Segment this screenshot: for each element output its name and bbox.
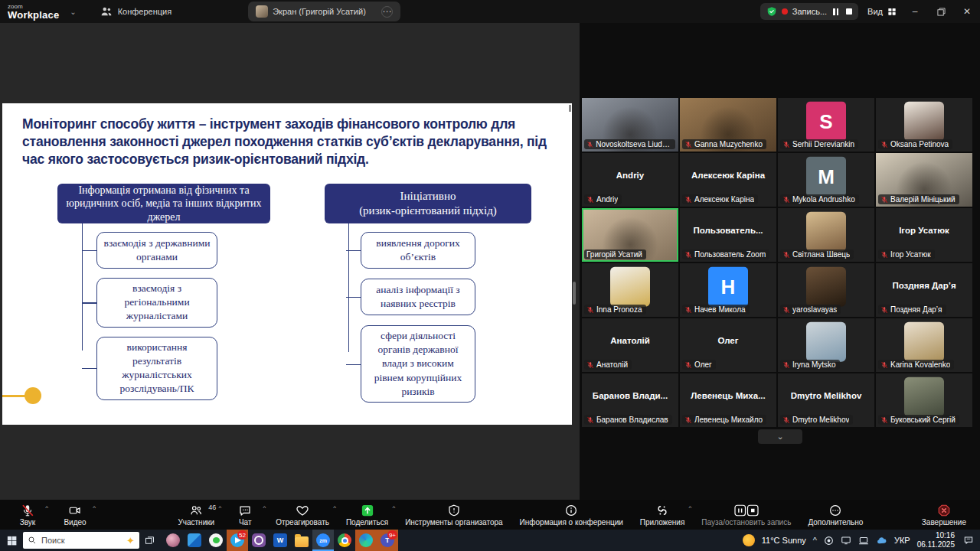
participant-name-label: Iryna Mytsko (780, 360, 840, 370)
chevron-up-icon[interactable]: ^ (218, 504, 221, 511)
video-button[interactable]: Видео^ (58, 504, 92, 527)
audio-button[interactable]: Звук^ (11, 504, 44, 527)
weather-sun-icon[interactable] (743, 534, 755, 546)
snipping-tool-icon[interactable] (184, 530, 205, 551)
toolbar-label: Поделиться (346, 518, 388, 527)
more-button[interactable]: Дополнительно (805, 504, 866, 527)
share-button[interactable]: Поделиться^ (343, 504, 391, 527)
view-label: Вид (867, 7, 883, 16)
chevron-up-icon[interactable]: ^ (689, 504, 692, 511)
chat-button[interactable]: Чат^ (228, 504, 262, 527)
mic-muted-icon (684, 306, 692, 314)
chevron-up-icon[interactable]: ^ (93, 504, 96, 511)
telegram-icon[interactable]: 52 (227, 530, 248, 551)
mic-muted-icon (586, 306, 594, 314)
participant-tile-oleh[interactable]: ОлегОлег (680, 318, 776, 372)
zoom-icon[interactable]: zm (312, 530, 334, 551)
participant-name: Novoskoltseva Liudmyla (596, 140, 671, 148)
participant-tile-inna-pronoza[interactable]: Inna Pronoza (582, 263, 678, 317)
workspace-chevron-icon[interactable]: ⌄ (70, 8, 76, 16)
participant-tile-alekseiuk-karina[interactable]: Алексеюк КарінаАлексеюк Каріна (680, 153, 776, 207)
tray-expand-chevron-icon[interactable]: ^ (813, 536, 817, 545)
participant-tile-karina-kovalenko[interactable]: Karina Kovalenko (876, 318, 972, 372)
react-button[interactable]: Отреагировать^ (273, 504, 332, 527)
chevron-up-icon[interactable]: ^ (392, 504, 395, 511)
stop-recording-icon[interactable] (846, 8, 852, 15)
participant-tile-bukovskyi-serhii[interactable]: Буковський Сергій (876, 373, 972, 427)
participant-name: Буковський Сергій (890, 416, 956, 424)
apps-button[interactable]: Приложения^ (637, 504, 688, 527)
participant-tile-oksana-petinova[interactable]: Oksana Petinova (876, 98, 972, 152)
scroll-more-participants-button[interactable]: ⌄ (758, 429, 802, 444)
tab-meeting[interactable]: Конференция (90, 0, 181, 23)
participant-tile-serhii-dereviankin[interactable]: SSerhii Dereviankin (778, 98, 874, 152)
viber-icon[interactable] (248, 530, 270, 551)
participant-name-label: Inna Pronoza (584, 305, 646, 315)
participants-icon (189, 504, 203, 517)
mic-muted-icon (684, 196, 692, 204)
participant-tile-iryna-mytsko[interactable]: Iryna Mytsko (778, 318, 874, 372)
participant-tile-baranov-vladyslav[interactable]: Баранов Влади...Баранов Владислав (582, 373, 678, 427)
tab-options-icon[interactable]: ⋯ (381, 6, 393, 18)
security-shield-icon[interactable] (766, 6, 777, 17)
participant-tile-pozdniaia-daria[interactable]: Поздняя Дар’яПоздняя Дар’я (876, 263, 972, 317)
task-view-button[interactable] (139, 535, 159, 546)
participant-tile-levenets-mykhailo[interactable]: Левенець Миха...Левенець Михайло (680, 373, 776, 427)
mic-muted-icon (684, 141, 692, 148)
close-button[interactable]: ✕ (954, 0, 980, 23)
tray-display-icon[interactable] (841, 535, 851, 546)
scrollbar-thumb[interactable] (573, 282, 576, 305)
mindmanager-icon[interactable] (162, 530, 184, 551)
chrome-icon[interactable] (334, 530, 355, 551)
tab-screen-share[interactable]: Экран (Григорій Усатий) ⋯ (248, 2, 400, 21)
participant-tile-mykola-andrushko[interactable]: MMykola Andrushko (778, 153, 874, 207)
participant-tile-nachev-mykola[interactable]: HНачев Микола (680, 263, 776, 317)
participant-tile-hryhorii-usatyi[interactable]: Григорій Усатий (582, 208, 678, 262)
participant-name-label: Ganna Muzychenko (682, 139, 766, 149)
notification-center-icon[interactable] (963, 535, 974, 546)
participant-tile-anatolii[interactable]: АнатолійАнатолій (582, 318, 678, 372)
participant-tile-ganna-muzychenko[interactable]: Ganna Muzychenko (680, 98, 776, 152)
record-pause-stop-button[interactable]: Пауза/остановить запись (698, 504, 794, 527)
flow-items-left: взаємодія з державними органамивзаємодія… (96, 232, 217, 400)
file-explorer-icon[interactable] (291, 530, 312, 551)
participant-name: Inna Pronoza (596, 305, 642, 314)
participant-name: yaroslavayas (792, 305, 837, 314)
restore-button[interactable] (928, 0, 954, 23)
word-icon[interactable]: W (270, 530, 291, 551)
screen-scrollbar[interactable] (573, 46, 577, 523)
participant-tile-dmytro-melikhov[interactable]: Dmytro MelikhovDmytro Melikhov (778, 373, 874, 427)
start-button[interactable] (0, 530, 23, 551)
search-input[interactable]: Поиск ✦ (23, 532, 139, 549)
teams-icon[interactable]: T9+ (377, 530, 398, 551)
network-icon[interactable] (858, 535, 869, 546)
chevron-up-icon[interactable]: ^ (263, 504, 266, 511)
wechat-icon[interactable] (205, 530, 227, 551)
host-tools-button[interactable]: Инструменты организатора (402, 504, 505, 527)
meeting-info-button[interactable]: Информация о конференции (517, 504, 626, 527)
edge-icon[interactable] (355, 530, 377, 551)
participant-tile-andriy[interactable]: AndriyAndriy (582, 153, 678, 207)
chevron-up-icon[interactable]: ^ (333, 504, 336, 511)
pause-recording-icon[interactable] (833, 8, 838, 15)
slide-title: Моніторинг способу життя – інструмент за… (22, 116, 554, 168)
recording-indicator: Запись... (760, 3, 858, 20)
weather-label[interactable]: 11°C Sunny (762, 536, 806, 545)
minimize-button[interactable]: – (902, 0, 928, 23)
participant-tile-valerii-minitskyi[interactable]: Валерій Мініцький (876, 153, 972, 207)
participant-tile-polzovatel-zoom[interactable]: Пользователь...Пользователь Zoom (680, 208, 776, 262)
participant-tile-svitlana-shvets[interactable]: Світлана Швець (778, 208, 874, 262)
language-indicator[interactable]: УКР (894, 536, 910, 545)
mic-muted-icon (880, 306, 888, 314)
tray-record-icon[interactable] (824, 536, 834, 546)
participant-tile-novoskoltseva-liudmyla[interactable]: Novoskoltseva Liudmyla (582, 98, 678, 152)
onedrive-cloud-icon[interactable] (876, 535, 887, 546)
participants-button[interactable]: Участники46^ (175, 504, 217, 527)
view-button[interactable]: Вид (867, 6, 897, 17)
chevron-up-icon[interactable]: ^ (45, 504, 48, 511)
end-button[interactable]: Завершение (919, 504, 969, 527)
participant-tile-yaroslavayas[interactable]: yaroslavayas (778, 263, 874, 317)
mic-muted-icon (782, 251, 790, 259)
participant-tile-ihor-usatiuk[interactable]: Ігор УсатюкІгор Усатюк (876, 208, 972, 262)
clock[interactable]: 10:16 06.11.2025 (917, 531, 955, 549)
